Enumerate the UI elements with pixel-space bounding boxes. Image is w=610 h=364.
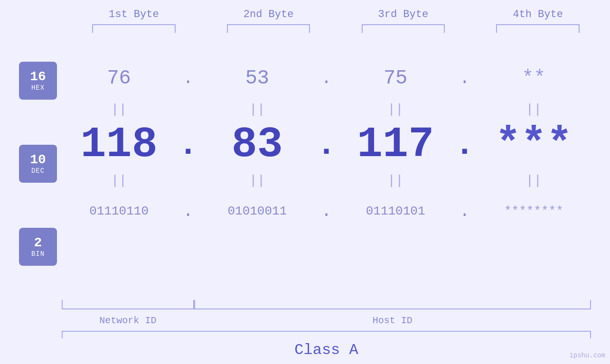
hex-dot1-sym: .	[183, 69, 193, 88]
hex-dot3: .	[453, 69, 477, 88]
dec-badge-num: 10	[30, 153, 46, 168]
equals-row-2: || || || ||	[62, 171, 591, 190]
bin-b4: ********	[477, 204, 591, 218]
bin-dot2-sym: .	[321, 202, 332, 221]
eq2-b3-sym: ||	[387, 173, 404, 188]
class-section: Class A	[62, 331, 591, 364]
dec-dot3-sym: .	[455, 126, 475, 164]
bin-badge: 2 BIN	[19, 228, 57, 266]
dec-b4: ***	[477, 121, 591, 169]
eq1-b2-sym: ||	[249, 102, 265, 117]
hex-badge-num: 16	[30, 70, 46, 84]
eq1-b3: ||	[338, 102, 453, 117]
class-bracket	[62, 331, 591, 338]
equals-row-1: || || || ||	[62, 100, 591, 119]
eq1-b4-sym: ||	[526, 102, 542, 117]
bin-dot1-sym: .	[183, 202, 193, 221]
hex-val-b2: 53	[245, 67, 269, 90]
eq2-b2-sym: ||	[249, 173, 265, 188]
watermark: ipshu.com	[569, 352, 605, 359]
dec-val-b3: 117	[357, 121, 434, 169]
bin-badge-text: BIN	[31, 250, 45, 258]
host-bracket	[194, 300, 591, 309]
bottom-section: Network ID Host ID	[62, 300, 591, 326]
bin-dot2: .	[315, 202, 338, 221]
eq1-b3-sym: ||	[387, 102, 404, 117]
dec-b2: 83	[200, 121, 314, 169]
header-row: 1st Byte 2nd Byte 3rd Byte 4th Byte	[78, 9, 593, 33]
byte3-label: 3rd Byte	[378, 9, 429, 20]
bin-row: 01110110 . 01010011 . 01110101 . *******…	[62, 190, 591, 233]
dec-b3: 117	[338, 121, 453, 169]
byte4-bracket-top	[496, 24, 579, 33]
bin-dot3: .	[453, 202, 477, 221]
hex-badge-text: HEX	[31, 84, 45, 92]
bin-dot3-sym: .	[460, 202, 470, 221]
network-id-label: Network ID	[62, 313, 194, 326]
byte2-label: 2nd Byte	[244, 9, 294, 20]
byte4-col: 4th Byte	[482, 9, 593, 33]
hex-b2: 53	[200, 67, 314, 90]
hex-b3: 75	[338, 67, 453, 90]
hex-val-b1: 76	[107, 67, 131, 90]
eq2-b3: ||	[338, 173, 453, 188]
dec-dot1-sym: .	[178, 126, 198, 164]
eq2-b1-sym: ||	[111, 173, 127, 188]
host-id-label: Host ID	[194, 313, 591, 326]
eq2-b4: ||	[477, 173, 591, 188]
byte2-col: 2nd Byte	[213, 9, 324, 33]
eq1-b1-sym: ||	[111, 102, 127, 117]
main-container: 1st Byte 2nd Byte 3rd Byte 4th Byte 16 H…	[0, 0, 610, 364]
eq1-b4: ||	[477, 102, 591, 117]
hex-dot3-sym: .	[460, 69, 470, 88]
network-bracket	[62, 300, 194, 309]
hex-row: 76 . 53 . 75 . **	[62, 57, 591, 100]
content-area: 76 . 53 . 75 . ** ||	[62, 57, 591, 233]
byte1-col: 1st Byte	[78, 9, 189, 33]
hex-badge: 16 HEX	[19, 62, 57, 100]
labels-row: Network ID Host ID	[62, 313, 591, 326]
bin-badge-num: 2	[34, 236, 42, 251]
brackets-row	[62, 300, 591, 309]
hex-val-b3: 75	[384, 67, 407, 90]
hex-val-b4: **	[522, 67, 545, 90]
bin-b3: 01110101	[338, 204, 453, 218]
hex-dot2-sym: .	[321, 69, 332, 88]
dec-dot2-sym: .	[316, 126, 336, 164]
eq2-b4-sym: ||	[526, 173, 542, 188]
dec-val-b4: ***	[495, 121, 572, 169]
eq2-b1: ||	[62, 173, 176, 188]
hex-dot2: .	[315, 69, 338, 88]
hex-dot1: .	[176, 69, 200, 88]
byte3-bracket-top	[362, 24, 445, 33]
byte4-label: 4th Byte	[513, 9, 563, 20]
byte2-bracket-top	[227, 24, 310, 33]
dec-val-b1: 118	[81, 121, 158, 169]
dec-badge: 10 DEC	[19, 145, 57, 183]
eq1-b2: ||	[200, 102, 314, 117]
hex-b1: 76	[62, 67, 176, 90]
eq2-b2: ||	[200, 173, 314, 188]
bin-val-b3: 01110101	[366, 204, 425, 218]
dec-row: 118 . 83 . 117 . ***	[62, 119, 591, 171]
dec-dot3: .	[453, 126, 477, 164]
bin-dot1: .	[176, 202, 200, 221]
dec-val-b2: 83	[232, 121, 283, 169]
bin-val-b4: ********	[504, 204, 563, 218]
dec-b1: 118	[62, 121, 176, 169]
bin-b1: 01110110	[62, 204, 176, 218]
byte3-col: 3rd Byte	[348, 9, 459, 33]
eq1-b1: ||	[62, 102, 176, 117]
bin-val-b1: 01110110	[89, 204, 149, 218]
bin-val-b2: 01010011	[227, 204, 287, 218]
dec-dot2: .	[315, 126, 338, 164]
byte1-label: 1st Byte	[109, 9, 159, 20]
class-label: Class A	[62, 338, 591, 359]
byte1-bracket-top	[92, 24, 175, 33]
hex-b4: **	[477, 67, 591, 90]
dec-dot1: .	[176, 126, 200, 164]
bin-b2: 01010011	[200, 204, 314, 218]
dec-badge-text: DEC	[31, 167, 45, 175]
